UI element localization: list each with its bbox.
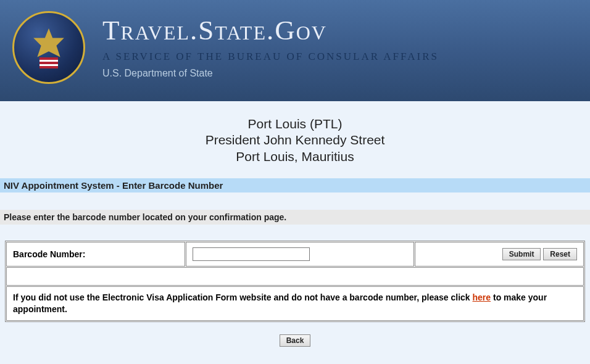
reset-button[interactable]: Reset — [543, 248, 577, 260]
barcode-form-table: Barcode Number: Submit Reset If you did … — [5, 241, 585, 322]
location-line-1: Port Louis (PTL) — [5, 116, 585, 132]
submit-button[interactable]: Submit — [502, 248, 541, 260]
dos-seal-icon — [12, 11, 85, 84]
here-link[interactable]: here — [473, 292, 491, 302]
section-title-bar: NIV Appointment System - Enter Barcode N… — [0, 178, 590, 192]
spacer-row — [6, 267, 584, 286]
embassy-location: Port Louis (PTL) President John Kennedy … — [5, 116, 585, 165]
barcode-label: Barcode Number: — [6, 242, 185, 267]
back-row: Back — [5, 322, 585, 353]
site-dept: U.S. Department of State — [102, 68, 439, 79]
back-button[interactable]: Back — [280, 334, 311, 347]
form-buttons-cell: Submit Reset — [415, 242, 584, 267]
barcode-input[interactable] — [193, 247, 310, 261]
header-text-block: Travel.State.Gov A SERVICE OF THE BUREAU… — [102, 17, 439, 79]
site-header: Travel.State.Gov A SERVICE OF THE BUREAU… — [0, 0, 590, 101]
site-subtitle: A SERVICE OF THE BUREAU OF CONSULAR AFFA… — [102, 51, 439, 63]
info-text-pre: If you did not use the Electronic Visa A… — [13, 292, 473, 302]
info-row: If you did not use the Electronic Visa A… — [6, 286, 584, 321]
location-line-2: President John Kennedy Street — [5, 132, 585, 148]
barcode-row: Barcode Number: Submit Reset — [6, 242, 584, 267]
location-line-3: Port Louis, Mauritius — [5, 149, 585, 165]
instruction-bar: Please enter the barcode number located … — [0, 210, 590, 225]
barcode-input-cell — [186, 242, 414, 267]
main-content: Port Louis (PTL) President John Kennedy … — [0, 101, 590, 359]
site-title: Travel.State.Gov — [102, 17, 439, 44]
